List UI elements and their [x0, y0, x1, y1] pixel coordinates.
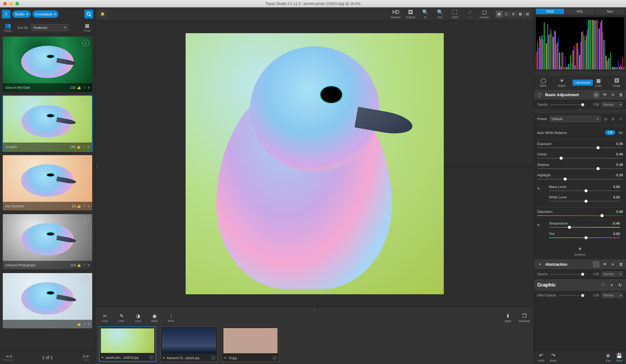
close-icon[interactable]: × [149, 355, 154, 360]
filmstrip-item[interactable]: ✎13.jpg× [222, 327, 279, 362]
abstraction-opacity-slider[interactable] [550, 274, 584, 275]
apply-button[interactable]: ⬇Apply [502, 313, 514, 323]
crop-button[interactable]: ✂Crop [99, 313, 111, 323]
slider[interactable] [537, 147, 623, 148]
delete-icon[interactable]: 🗑 [618, 262, 624, 267]
menu-icon[interactable]: ≡ [88, 86, 90, 89]
exit-button[interactable]: ⊗Exit [606, 353, 610, 362]
panel-grip-left[interactable]: ‹ [96, 164, 192, 169]
slider[interactable] [537, 168, 623, 169]
mode-image[interactable]: 🖼Image [609, 78, 624, 87]
add-adjustment-button[interactable]: + [593, 92, 600, 98]
info-icon[interactable]: i [82, 158, 89, 165]
heal-button[interactable]: ✎Heal [116, 313, 127, 323]
reset-preset-icon[interactable]: ↺ [618, 117, 623, 121]
more-button[interactable]: ⋮More [165, 313, 177, 323]
save-button[interactable]: 💾Save [616, 353, 622, 362]
search-button[interactable] [85, 10, 93, 18]
zoom-in-button[interactable]: 🔍In [419, 9, 431, 19]
zoom-100-button[interactable]: ⛶100% [449, 10, 461, 19]
filmstrip-item[interactable]: ✎kazuend-25...splash.jpg× [160, 327, 218, 362]
preset-item[interactable]: i Graphic135 👍♡≡ [2, 95, 93, 152]
prev-button[interactable]: ◀◀Previous [3, 354, 14, 362]
save-preset-icon[interactable]: ▤ [603, 117, 608, 121]
abstraction-blend-select[interactable]: Normal [601, 272, 623, 277]
duplicate-button[interactable]: ❐Duplicate [518, 313, 530, 323]
effect-blend-select[interactable]: Normal [601, 293, 623, 298]
info-icon[interactable]: i [82, 217, 89, 224]
sort-select[interactable]: Featured [31, 24, 68, 31]
fit-button[interactable]: ⤢Fit [464, 9, 475, 19]
delete-preset-icon[interactable]: 🗑 [611, 117, 616, 121]
slider[interactable] [549, 237, 620, 238]
filter-pill-studio[interactable]: Studio× [12, 10, 31, 18]
reset-icon[interactable]: ↻ [617, 283, 623, 288]
preset-select[interactable]: Default [549, 116, 601, 122]
eyedropper-icon[interactable]: ✎ [537, 223, 540, 227]
canvas-button[interactable]: ▢Canvas [478, 9, 490, 19]
basic-adjustment-header[interactable]: ◯ Basic Adjustment + 👁 ≡ 🗑 [534, 90, 626, 100]
menu-icon[interactable]: ≡ [88, 263, 90, 267]
info-icon[interactable]: i [82, 99, 89, 106]
tab-hsl[interactable]: HSL [566, 9, 594, 14]
mode-color[interactable]: ▦Color [591, 78, 606, 87]
menu-icon[interactable]: ≡ [88, 322, 90, 326]
enhance-button[interactable]: +Enhance [534, 242, 626, 259]
original-button[interactable]: 🖼Original [405, 10, 416, 19]
menu-icon[interactable]: ≡ [609, 283, 614, 288]
close-icon[interactable]: × [273, 356, 277, 360]
preset-item[interactable]: i 👍♡≡ [2, 273, 93, 329]
zoom-out-button[interactable]: 🔍Out [434, 9, 446, 19]
heart-icon[interactable]: ♡ [83, 263, 86, 267]
slider[interactable] [549, 201, 620, 202]
undo-button[interactable]: ↶Undo [538, 353, 545, 362]
public-toggle[interactable]: 👥Public [2, 23, 14, 32]
info-icon[interactable]: i [82, 40, 89, 46]
menu-button[interactable]: ☰ [2, 10, 10, 18]
close-icon[interactable]: × [26, 12, 28, 16]
collapse-grip[interactable]: ⌃ [534, 109, 626, 113]
mode-bright[interactable]: ☀Bright [554, 78, 569, 87]
mode-basic[interactable]: ◯Basic [536, 78, 551, 87]
slider[interactable] [537, 179, 623, 179]
filter-pill-conceptual[interactable]: Conceptual× [33, 10, 58, 18]
eyedropper-icon[interactable]: ✎ [537, 187, 540, 190]
preset-item[interactable]: i Hot Summer83 👍♡≡ [2, 155, 93, 211]
slider[interactable] [549, 227, 620, 228]
awb-toggle[interactable]: Off [605, 130, 615, 135]
menu-icon[interactable]: ≡ [88, 145, 89, 149]
redo-button[interactable]: ↷Redo [550, 353, 557, 362]
bottom-panel-grip[interactable]: ⌄ [95, 307, 534, 311]
abstraction-header[interactable]: ✦ Abstraction 👁 ≡ 🗑 [534, 259, 626, 270]
histogram-tabs[interactable]: RGB HSL Nav [534, 7, 626, 15]
blend-select[interactable]: Normal [601, 102, 623, 107]
filmstrip-item[interactable]: ✎pexels-pho...154510.jpg× [99, 327, 156, 362]
close-icon[interactable]: × [54, 12, 56, 16]
menu-icon[interactable]: ≡ [610, 262, 616, 267]
slider[interactable] [549, 190, 620, 191]
thumb-size-toggle[interactable]: ▦Small [81, 23, 93, 32]
favorite-icon[interactable]: ♡ [600, 283, 606, 288]
info-icon[interactable]: i [82, 276, 89, 283]
preset-item[interactable]: i Infrared Photograph114 👍♡≡ [2, 214, 93, 270]
delete-icon[interactable]: 🗑 [618, 92, 624, 97]
heart-icon[interactable]: ♡ [83, 86, 86, 90]
next-button[interactable]: ▶▶Next [81, 354, 92, 362]
menu-icon[interactable]: ≡ [610, 92, 616, 97]
heart-icon[interactable]: ♡ [83, 322, 86, 326]
heart-icon[interactable]: ♡ [83, 204, 86, 208]
close-icon[interactable]: × [211, 356, 215, 360]
opacity-slider[interactable] [550, 104, 584, 105]
heart-icon[interactable]: ♡ [83, 145, 86, 149]
lens-button[interactable]: ◑Lens [132, 313, 144, 323]
notifications-icon[interactable]: 🔔 [98, 10, 107, 18]
visibility-icon[interactable]: 👁 [602, 262, 608, 267]
canvas-image[interactable] [186, 33, 444, 294]
mode-adjustments[interactable]: Adjustments [573, 80, 587, 86]
tab-rgb[interactable]: RGB [536, 9, 564, 14]
window-controls[interactable] [3, 2, 19, 6]
tab-nav[interactable]: Nav [596, 9, 624, 14]
menu-icon[interactable]: ≡ [88, 204, 90, 208]
effect-opacity-slider[interactable] [559, 295, 584, 296]
mask-button[interactable]: ◉Mask [149, 313, 160, 323]
